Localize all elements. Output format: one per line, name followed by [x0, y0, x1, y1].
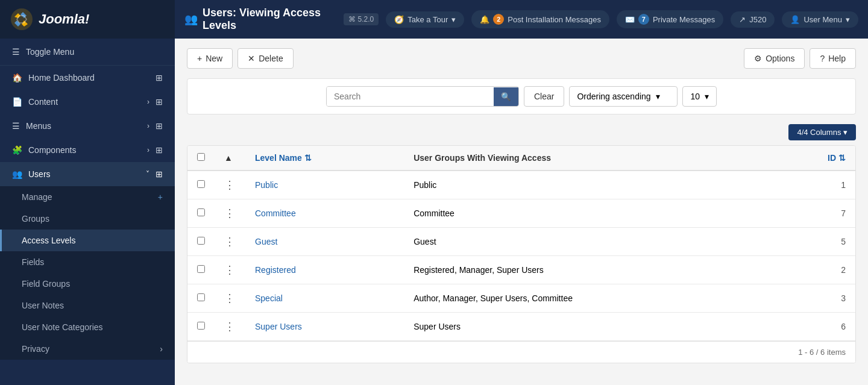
row-level-name-link[interactable]: Public — [255, 180, 278, 190]
row-level-name-cell: Guest — [245, 228, 404, 256]
topbar: 👥 Users: Viewing Access Levels ⌘ 5.2.0 🧭… — [175, 0, 868, 39]
row-id-cell: 2 — [777, 256, 855, 284]
row-dots-cell: ⋮ — [215, 228, 245, 256]
toggle-icon: ☰ — [12, 47, 20, 57]
row-checkbox[interactable] — [197, 322, 205, 330]
row-level-name-link[interactable]: Super Users — [255, 322, 302, 331]
row-checkbox[interactable] — [197, 180, 205, 188]
sidebar-sub-privacy[interactable]: Privacy › — [0, 338, 175, 360]
version-icon: ⌘ — [348, 15, 356, 23]
take-a-tour-button[interactable]: 🧭 Take a Tour ▾ — [386, 11, 464, 28]
access-levels-label: Access Levels — [22, 236, 75, 245]
components-icon: 🧩 — [12, 145, 22, 155]
select-all-checkbox[interactable] — [197, 153, 205, 161]
sidebar-item-content[interactable]: 📄 Content › ⊞ — [0, 90, 175, 114]
col-sort-arrow: ▲ — [215, 146, 245, 171]
sidebar-sub-groups[interactable]: Groups — [0, 208, 175, 230]
delete-icon: ✕ — [248, 54, 255, 63]
options-button[interactable]: ⚙ Options — [744, 48, 805, 69]
row-level-name-link[interactable]: Special — [255, 293, 283, 303]
sidebar-sub-manage[interactable]: Manage + — [0, 186, 175, 208]
help-icon: ? — [820, 54, 825, 63]
per-page-chevron: ▾ — [705, 92, 709, 101]
bell-icon: 🔔 — [480, 15, 489, 24]
sidebar-item-components[interactable]: 🧩 Components › ⊞ — [0, 138, 175, 162]
manage-label: Manage — [22, 192, 52, 202]
version-badge: ⌘ 5.2.0 — [344, 13, 379, 25]
ordering-chevron: ▾ — [656, 92, 660, 101]
clear-button[interactable]: Clear — [524, 86, 564, 107]
joomla-logo[interactable]: Joomla! — [10, 7, 89, 31]
row-level-name-cell: Committee — [245, 199, 404, 228]
menus-arrow: › — [147, 122, 149, 130]
external-icon: ↗ — [739, 15, 746, 24]
help-button[interactable]: ? Help — [810, 48, 856, 69]
sidebar-sub-fields[interactable]: Fields — [0, 251, 175, 273]
home-icon: 🏠 — [12, 73, 22, 83]
page-title-icon: 👥 — [184, 13, 198, 26]
new-button[interactable]: + New — [187, 48, 233, 69]
row-context-menu[interactable]: ⋮ — [224, 236, 236, 248]
row-level-name-cell: Registered — [245, 256, 404, 284]
sidebar-sub-user-note-categories[interactable]: User Note Categories — [0, 316, 175, 338]
ordering-select[interactable]: Ordering ascending ▾ — [569, 86, 678, 107]
row-level-name-link[interactable]: Guest — [255, 237, 277, 246]
row-level-name-link[interactable]: Committee — [255, 208, 296, 218]
privacy-label: Privacy — [22, 344, 49, 354]
row-level-name-link[interactable]: Registered — [255, 265, 296, 275]
clear-label: Clear — [534, 92, 554, 101]
user-id-button[interactable]: ↗ J520 — [731, 11, 775, 28]
search-bar: 🔍 Clear Ordering ascending ▾ 10 ▾ — [187, 78, 856, 114]
columns-btn-wrap: 4/4 Columns ▾ — [187, 124, 856, 140]
row-context-menu[interactable]: ⋮ — [224, 264, 236, 276]
row-dots-cell: ⋮ — [215, 199, 245, 228]
col-id-header[interactable]: ID ⇅ — [777, 146, 855, 171]
col-checkbox — [187, 146, 215, 171]
row-level-name-cell: Special — [245, 284, 404, 313]
fields-label: Fields — [22, 257, 44, 267]
table-row: ⋮ Special Author, Manager, Super Users, … — [187, 284, 855, 313]
field-groups-label: Field Groups — [22, 279, 70, 289]
ordering-label: Ordering ascending — [577, 92, 650, 101]
sidebar-sub-access-levels[interactable]: Access Levels — [0, 230, 175, 251]
users-label: Users — [28, 169, 140, 179]
sidebar-item-home[interactable]: 🏠 Home Dashboard ⊞ — [0, 66, 175, 90]
private-messages-button[interactable]: ✉️ 7 Private Messages — [617, 10, 723, 28]
row-context-menu[interactable]: ⋮ — [224, 321, 236, 333]
columns-button[interactable]: 4/4 Columns ▾ — [788, 124, 856, 140]
row-groups-cell: Guest — [404, 228, 777, 256]
post-install-button[interactable]: 🔔 2 Post Installation Messages — [471, 10, 609, 28]
row-checkbox[interactable] — [197, 208, 205, 216]
user-menu-button[interactable]: 👤 User Menu ▾ — [782, 11, 858, 28]
sidebar-item-users[interactable]: 👥 Users ˅ ⊞ — [0, 162, 175, 186]
search-input[interactable] — [327, 87, 494, 106]
sidebar-sub-user-notes[interactable]: User Notes — [0, 295, 175, 316]
row-checkbox[interactable] — [197, 237, 205, 245]
level-name-sort-icon: ⇅ — [304, 153, 312, 163]
tour-icon: 🧭 — [394, 15, 404, 24]
user-avatar-icon: 👤 — [790, 15, 800, 24]
sidebar-item-menus[interactable]: ☰ Menus › ⊞ — [0, 114, 175, 138]
footer-text: 1 - 6 / 6 items — [798, 348, 846, 357]
sidebar-sub-field-groups[interactable]: Field Groups — [0, 273, 175, 295]
row-context-menu[interactable]: ⋮ — [224, 179, 236, 191]
per-page-select[interactable]: 10 ▾ — [682, 86, 717, 107]
content-arrow: › — [147, 98, 149, 106]
row-checkbox[interactable] — [197, 293, 205, 301]
row-context-menu[interactable]: ⋮ — [224, 207, 236, 219]
user-id-text: J520 — [749, 15, 766, 24]
row-groups-cell: Author, Manager, Super Users, Committee — [404, 284, 777, 313]
row-context-menu[interactable]: ⋮ — [224, 292, 236, 304]
table-row: ⋮ Public Public 1 — [187, 171, 855, 199]
logo-text: Joomla! — [39, 11, 89, 27]
id-header-text: ID — [828, 153, 836, 163]
options-icon: ⚙ — [754, 54, 762, 63]
row-checkbox-cell — [187, 199, 215, 228]
delete-button[interactable]: ✕ Delete — [237, 48, 293, 69]
table-row: ⋮ Registered Registered, Manager, Super … — [187, 256, 855, 284]
row-checkbox[interactable] — [197, 265, 205, 273]
toggle-menu[interactable]: ☰ Toggle Menu — [0, 39, 175, 66]
table-row: ⋮ Guest Guest 5 — [187, 228, 855, 256]
search-button[interactable]: 🔍 — [494, 87, 518, 106]
col-level-name-header[interactable]: Level Name ⇅ — [245, 146, 404, 171]
